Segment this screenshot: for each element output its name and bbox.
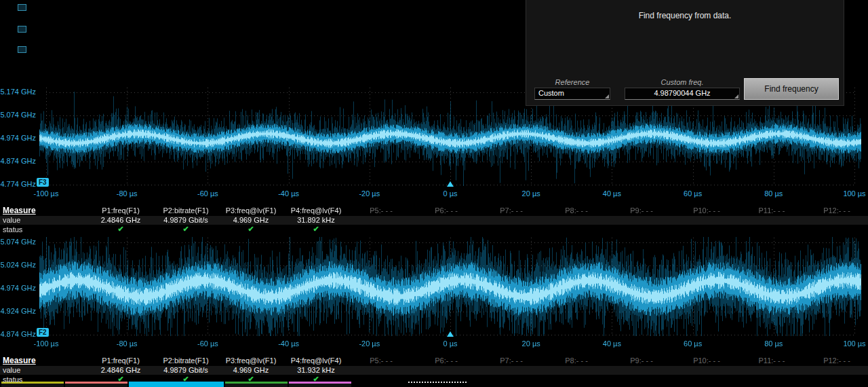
measure-param-header[interactable]: P2:bitrate(F1) xyxy=(153,206,218,215)
measure-param-header[interactable]: P5:- - - xyxy=(349,356,414,365)
reference-value: Custom xyxy=(538,89,564,97)
find-frequency-button[interactable]: Find frequency xyxy=(744,78,839,100)
trace-badge-f3[interactable]: F3 xyxy=(37,178,49,187)
measure-param-value: 2.4846 GHz xyxy=(88,216,153,224)
measure-param-header[interactable]: P11:- - - xyxy=(739,356,804,365)
status-ok-check-icon: ✔ xyxy=(153,225,218,234)
y-axis-f3: 5.174 GHz5.074 GHz4.974 GHz4.874 GHz4.77… xyxy=(0,85,38,194)
measure-param-header[interactable]: P8:- - - xyxy=(544,356,609,365)
measure-title: Measure xyxy=(3,356,36,365)
custom-freq-select[interactable]: 4.98790044 GHz xyxy=(625,88,740,100)
measure-param-header[interactable]: P3:freq@lv(F1) xyxy=(218,356,283,365)
y-axis-f2: 5.074 GHz5.024 GHz4.974 GHz4.924 GHz4.87… xyxy=(0,235,38,344)
measure-param-header[interactable]: P1:freq(F1) xyxy=(88,356,153,365)
trace-indicator-icon[interactable] xyxy=(18,46,26,53)
measure-param-header[interactable]: P11:- - - xyxy=(739,206,804,215)
measure-param-header[interactable]: P7:- - - xyxy=(479,356,544,365)
x-axis-tick-label: -60 µs xyxy=(197,189,218,198)
x-axis-tick-label: 0 µs xyxy=(443,339,457,348)
waveform-grid-f2[interactable] xyxy=(39,236,861,337)
y-axis-tick-label: 4.974 GHz xyxy=(0,134,36,142)
measure-table-1: Measure value status P1:freq(F1)2.4846 G… xyxy=(0,206,868,236)
status-ok-check-icon: ✔ xyxy=(283,375,349,384)
x-axis-tick-label: -100 µs xyxy=(34,189,59,198)
x-axis-tick-label: -20 µs xyxy=(359,339,380,348)
reference-label: Reference xyxy=(534,78,610,86)
x-axis-tick-label: -100 µs xyxy=(34,339,59,348)
measure-param-value: 4.969 GHz xyxy=(218,366,283,374)
measure-param-header[interactable]: P3:freq@lv(F1) xyxy=(218,206,283,215)
status-ok-check-icon: ✔ xyxy=(218,225,283,234)
measure-param-header[interactable]: P8:- - - xyxy=(544,206,609,215)
x-axis-tick-label: -40 µs xyxy=(278,339,299,348)
measure-param-value: 4.9879 Gbit/s xyxy=(153,366,218,374)
x-axis-f3: -100 µs-80 µs-60 µs-40 µs-20 µs0 µs20 µs… xyxy=(0,189,868,200)
value-row-label: value xyxy=(3,216,20,224)
status-ok-check-icon: ✔ xyxy=(153,375,218,384)
dialog-title: Find frequency from data. xyxy=(526,11,844,20)
x-axis-tick-label: -80 µs xyxy=(117,189,138,198)
status-row-label: status xyxy=(3,225,22,234)
measure-param-value: 31.892 kHz xyxy=(283,216,349,224)
x-axis-tick-label: 60 µs xyxy=(684,339,702,348)
y-axis-tick-label: 5.024 GHz xyxy=(0,261,36,269)
measure-param-header[interactable]: P10:- - - xyxy=(674,356,739,365)
y-axis-tick-label: 4.974 GHz xyxy=(0,284,36,292)
x-axis-tick-label: -80 µs xyxy=(117,339,138,348)
y-axis-tick-label: 5.174 GHz xyxy=(0,88,36,96)
measure-param-header[interactable]: P7:- - - xyxy=(479,206,544,215)
y-axis-tick-label: 5.074 GHz xyxy=(0,238,36,246)
measure-param-header[interactable]: P1:freq(F1) xyxy=(88,206,153,215)
measure-param-header[interactable]: P6:- - - xyxy=(414,206,479,215)
measure-param-header[interactable]: P4:freq@lv(F4) xyxy=(283,206,349,215)
x-axis-tick-label: 100 µs xyxy=(843,339,865,348)
frequency-track-chart-f2: 5.074 GHz5.024 GHz4.974 GHz4.924 GHz4.87… xyxy=(0,235,868,350)
trace-indicator-icon[interactable] xyxy=(18,26,26,33)
y-axis-tick-label: 4.874 GHz xyxy=(0,157,36,165)
measure-param-header[interactable]: P9:- - - xyxy=(609,356,674,365)
x-axis-tick-label: 20 µs xyxy=(522,189,540,198)
measure-param-value: 4.969 GHz xyxy=(218,216,283,224)
status-ok-check-icon: ✔ xyxy=(283,225,349,234)
status-row-label: status xyxy=(3,375,22,384)
value-row-label: value xyxy=(3,366,20,374)
custom-freq-label: Custom freq. xyxy=(625,78,740,86)
status-ok-check-icon: ✔ xyxy=(88,375,153,384)
x-axis-tick-label: -40 µs xyxy=(278,189,299,198)
x-axis-tick-label: -20 µs xyxy=(359,189,380,198)
dropdown-arrow-icon xyxy=(605,94,609,98)
measure-param-header[interactable]: P2:bitrate(F1) xyxy=(153,356,218,365)
y-axis-tick-label: 4.874 GHz xyxy=(0,330,36,338)
measure-param-header[interactable]: P9:- - - xyxy=(609,206,674,215)
x-axis-tick-label: 100 µs xyxy=(843,189,865,198)
measure-param-value: 4.9879 Gbit/s xyxy=(153,216,218,224)
x-axis-tick-label: 80 µs xyxy=(764,189,783,198)
status-ok-check-icon: ✔ xyxy=(88,225,153,234)
x-axis-tick-label: 0 µs xyxy=(443,189,457,198)
y-axis-tick-label: 4.924 GHz xyxy=(0,307,36,315)
find-frequency-dialog: Find frequency from data. Reference Cust… xyxy=(526,0,844,106)
measure-param-header[interactable]: P12:- - - xyxy=(804,356,868,365)
measure-param-value: 31.932 kHz xyxy=(283,366,349,374)
x-axis-tick-label: -60 µs xyxy=(197,339,218,348)
trace-badge-f2[interactable]: F2 xyxy=(37,328,49,337)
trace-indicator-icon[interactable] xyxy=(18,4,26,11)
measure-param-value: 2.4846 GHz xyxy=(88,366,153,374)
reference-select[interactable]: Custom xyxy=(534,88,610,100)
custom-freq-value: 4.98790044 GHz xyxy=(654,89,710,97)
x-axis-tick-label: 40 µs xyxy=(603,189,621,198)
x-axis-tick-label: 60 µs xyxy=(684,189,702,198)
x-axis-tick-label: 80 µs xyxy=(764,339,783,348)
measure-table-2: Measure value status P1:freq(F1)2.4846 G… xyxy=(0,356,868,386)
measure-param-header[interactable]: P4:freq@lv(F4) xyxy=(283,356,349,365)
measure-param-header[interactable]: P12:- - - xyxy=(804,206,868,215)
status-ok-check-icon: ✔ xyxy=(218,375,283,384)
x-axis-f2: -100 µs-80 µs-60 µs-40 µs-20 µs0 µs20 µs… xyxy=(0,339,868,350)
measure-param-header[interactable]: P10:- - - xyxy=(674,206,739,215)
x-axis-tick-label: 20 µs xyxy=(522,339,540,348)
measure-param-header[interactable]: P5:- - - xyxy=(349,206,414,215)
measure-param-header[interactable]: P6:- - - xyxy=(414,356,479,365)
y-axis-tick-label: 4.774 GHz xyxy=(0,180,36,188)
dropdown-arrow-icon xyxy=(734,94,738,98)
x-axis-tick-label: 40 µs xyxy=(603,339,621,348)
